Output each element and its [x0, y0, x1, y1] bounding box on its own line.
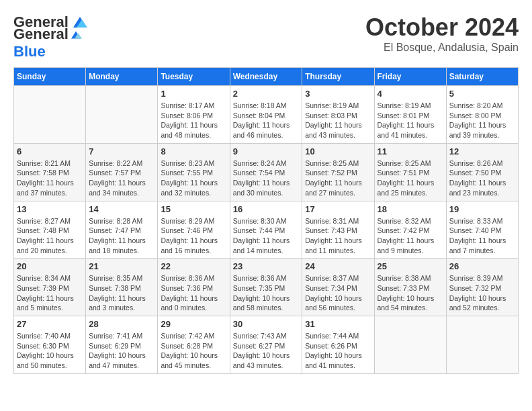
day-number: 28 [89, 319, 154, 329]
day-info: Sunrise: 8:39 AMSunset: 7:32 PMDaylight:… [449, 273, 515, 313]
day-number: 18 [378, 204, 443, 214]
calendar-day: 21Sunrise: 8:35 AMSunset: 7:38 PMDayligh… [86, 259, 158, 316]
day-number: 20 [17, 261, 83, 271]
calendar-day [446, 316, 518, 374]
day-info: Sunrise: 8:25 AMSunset: 7:51 PMDaylight:… [378, 158, 443, 198]
calendar-week-5: 27Sunrise: 7:40 AMSunset: 6:30 PMDayligh… [14, 316, 519, 374]
logo: General General Blue [13, 13, 90, 60]
day-number: 26 [449, 261, 515, 271]
day-info: Sunrise: 8:24 AMSunset: 7:54 PMDaylight:… [233, 158, 300, 198]
calendar-day: 10Sunrise: 8:25 AMSunset: 7:52 PMDayligh… [302, 143, 374, 201]
day-number: 23 [233, 261, 300, 271]
day-info: Sunrise: 8:23 AMSunset: 7:55 PMDaylight:… [161, 158, 226, 198]
calendar-day: 30Sunrise: 7:43 AMSunset: 6:27 PMDayligh… [230, 316, 302, 374]
day-number: 21 [89, 261, 154, 271]
day-number: 30 [233, 319, 300, 329]
weekday-header-tuesday: Tuesday [158, 68, 230, 86]
calendar-header-row: SundayMondayTuesdayWednesdayThursdayFrid… [14, 68, 519, 86]
calendar-day: 18Sunrise: 8:32 AMSunset: 7:42 PMDayligh… [374, 201, 446, 259]
calendar-day: 14Sunrise: 8:28 AMSunset: 7:47 PMDayligh… [86, 201, 158, 259]
day-number: 11 [378, 146, 443, 156]
calendar-day: 22Sunrise: 8:36 AMSunset: 7:36 PMDayligh… [158, 259, 230, 316]
day-info: Sunrise: 7:40 AMSunset: 6:30 PMDaylight:… [17, 331, 83, 371]
calendar-day: 16Sunrise: 8:30 AMSunset: 7:44 PMDayligh… [230, 201, 302, 259]
day-number: 3 [305, 89, 371, 99]
day-info: Sunrise: 8:37 AMSunset: 7:34 PMDaylight:… [305, 273, 371, 313]
calendar-day: 11Sunrise: 8:25 AMSunset: 7:51 PMDayligh… [374, 143, 446, 201]
day-info: Sunrise: 7:43 AMSunset: 6:27 PMDaylight:… [233, 331, 300, 371]
calendar-day: 19Sunrise: 8:33 AMSunset: 7:40 PMDayligh… [446, 201, 518, 259]
day-info: Sunrise: 8:28 AMSunset: 7:47 PMDaylight:… [89, 216, 154, 256]
calendar-day: 9Sunrise: 8:24 AMSunset: 7:54 PMDaylight… [230, 143, 302, 201]
day-info: Sunrise: 8:35 AMSunset: 7:38 PMDaylight:… [89, 273, 154, 313]
day-info: Sunrise: 7:44 AMSunset: 6:26 PMDaylight:… [305, 331, 371, 371]
day-info: Sunrise: 8:33 AMSunset: 7:40 PMDaylight:… [449, 216, 515, 256]
day-number: 5 [449, 89, 515, 99]
day-info: Sunrise: 8:22 AMSunset: 7:57 PMDaylight:… [89, 158, 154, 198]
day-info: Sunrise: 8:21 AMSunset: 7:58 PMDaylight:… [17, 158, 83, 198]
calendar-week-1: 1Sunrise: 8:17 AMSunset: 8:06 PMDaylight… [14, 86, 519, 144]
day-number: 7 [89, 146, 154, 156]
day-number: 25 [378, 261, 443, 271]
calendar-day: 25Sunrise: 8:38 AMSunset: 7:33 PMDayligh… [374, 259, 446, 316]
calendar-table: SundayMondayTuesdayWednesdayThursdayFrid… [13, 67, 519, 374]
calendar-day: 29Sunrise: 7:42 AMSunset: 6:28 PMDayligh… [158, 316, 230, 374]
day-info: Sunrise: 8:36 AMSunset: 7:36 PMDaylight:… [161, 273, 226, 313]
day-number: 8 [161, 146, 226, 156]
weekday-header-friday: Friday [374, 68, 446, 86]
day-info: Sunrise: 8:19 AMSunset: 8:01 PMDaylight:… [378, 101, 443, 140]
calendar-day: 20Sunrise: 8:34 AMSunset: 7:39 PMDayligh… [14, 259, 86, 316]
logo-general-text: General [13, 26, 69, 42]
calendar-day: 27Sunrise: 7:40 AMSunset: 6:30 PMDayligh… [14, 316, 86, 374]
calendar-day: 15Sunrise: 8:29 AMSunset: 7:46 PMDayligh… [158, 201, 230, 259]
calendar-day: 1Sunrise: 8:17 AMSunset: 8:06 PMDaylight… [158, 86, 230, 144]
calendar-day: 26Sunrise: 8:39 AMSunset: 7:32 PMDayligh… [446, 259, 518, 316]
day-number: 16 [233, 204, 300, 214]
day-info: Sunrise: 8:17 AMSunset: 8:06 PMDaylight:… [161, 101, 226, 140]
weekday-header-thursday: Thursday [302, 68, 374, 86]
calendar-day: 6Sunrise: 8:21 AMSunset: 7:58 PMDaylight… [14, 143, 86, 201]
day-number: 12 [449, 146, 515, 156]
day-number: 4 [378, 89, 443, 99]
day-number: 14 [89, 204, 154, 214]
calendar-day: 17Sunrise: 8:31 AMSunset: 7:43 PMDayligh… [302, 201, 374, 259]
day-number: 24 [305, 261, 371, 271]
day-info: Sunrise: 8:27 AMSunset: 7:48 PMDaylight:… [17, 216, 83, 256]
day-info: Sunrise: 7:41 AMSunset: 6:29 PMDaylight:… [89, 331, 154, 371]
day-info: Sunrise: 8:32 AMSunset: 7:42 PMDaylight:… [378, 216, 443, 256]
weekday-header-wednesday: Wednesday [230, 68, 302, 86]
day-info: Sunrise: 8:31 AMSunset: 7:43 PMDaylight:… [305, 216, 371, 256]
weekday-header-monday: Monday [86, 68, 158, 86]
calendar-day: 28Sunrise: 7:41 AMSunset: 6:29 PMDayligh… [86, 316, 158, 374]
day-number: 27 [17, 319, 83, 329]
day-number: 22 [161, 261, 226, 271]
calendar-day: 7Sunrise: 8:22 AMSunset: 7:57 PMDaylight… [86, 143, 158, 201]
calendar-day: 24Sunrise: 8:37 AMSunset: 7:34 PMDayligh… [302, 259, 374, 316]
logo-blue-text: Blue [13, 43, 46, 60]
calendar-day: 13Sunrise: 8:27 AMSunset: 7:48 PMDayligh… [14, 201, 86, 259]
location-subtitle: El Bosque, Andalusia, Spain [365, 42, 519, 54]
day-number: 6 [17, 146, 83, 156]
calendar-day: 3Sunrise: 8:19 AMSunset: 8:03 PMDaylight… [302, 86, 374, 144]
day-info: Sunrise: 8:29 AMSunset: 7:46 PMDaylight:… [161, 216, 226, 256]
day-number: 1 [161, 89, 226, 99]
calendar-week-4: 20Sunrise: 8:34 AMSunset: 7:39 PMDayligh… [14, 259, 519, 316]
calendar-day: 4Sunrise: 8:19 AMSunset: 8:01 PMDaylight… [374, 86, 446, 144]
day-number: 31 [305, 319, 371, 329]
month-title: October 2024 [365, 13, 519, 42]
calendar-week-2: 6Sunrise: 8:21 AMSunset: 7:58 PMDaylight… [14, 143, 519, 201]
day-info: Sunrise: 8:19 AMSunset: 8:03 PMDaylight:… [305, 101, 371, 140]
day-info: Sunrise: 8:25 AMSunset: 7:52 PMDaylight:… [305, 158, 371, 198]
calendar-day: 31Sunrise: 7:44 AMSunset: 6:26 PMDayligh… [302, 316, 374, 374]
day-number: 17 [305, 204, 371, 214]
calendar-day: 5Sunrise: 8:20 AMSunset: 8:00 PMDaylight… [446, 86, 518, 144]
calendar-day [14, 86, 86, 144]
calendar-day: 12Sunrise: 8:26 AMSunset: 7:50 PMDayligh… [446, 143, 518, 201]
day-info: Sunrise: 8:18 AMSunset: 8:04 PMDaylight:… [233, 101, 300, 140]
day-number: 2 [233, 89, 300, 99]
day-info: Sunrise: 8:30 AMSunset: 7:44 PMDaylight:… [233, 216, 300, 256]
calendar-day: 23Sunrise: 8:36 AMSunset: 7:35 PMDayligh… [230, 259, 302, 316]
day-info: Sunrise: 8:26 AMSunset: 7:50 PMDaylight:… [449, 158, 515, 198]
calendar-day: 8Sunrise: 8:23 AMSunset: 7:55 PMDaylight… [158, 143, 230, 201]
day-number: 13 [17, 204, 83, 214]
